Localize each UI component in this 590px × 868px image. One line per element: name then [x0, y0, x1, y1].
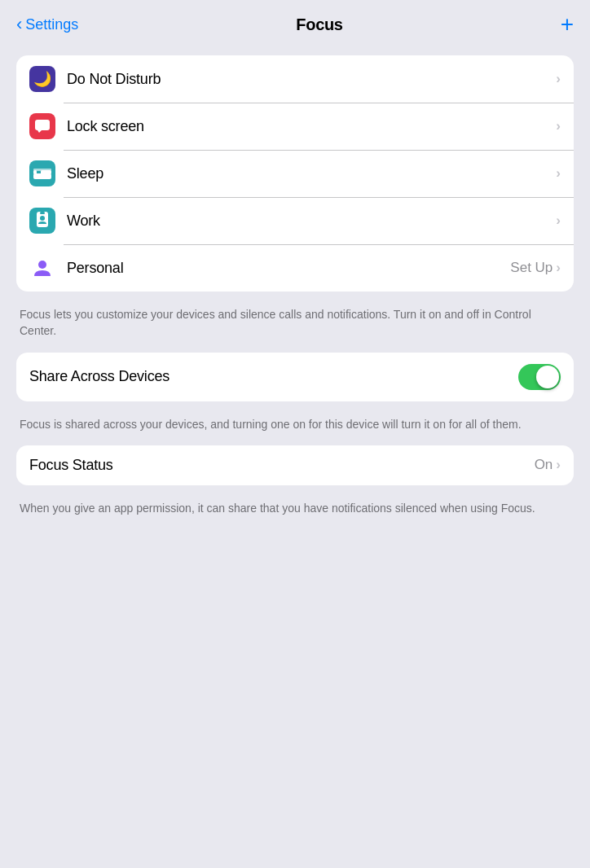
- lock-screen-icon-bg: [29, 113, 55, 139]
- back-button[interactable]: ‹ Settings: [16, 16, 78, 33]
- share-description: Focus is shared across your devices, and…: [16, 408, 574, 445]
- svg-point-9: [38, 261, 46, 269]
- chevron-icon: ›: [556, 213, 561, 229]
- focus-items-card: 🌙 Do Not Disturb › Lock screen ›: [16, 55, 574, 292]
- chevron-icon: ›: [556, 118, 561, 134]
- do-not-disturb-label: Do Not Disturb: [67, 71, 556, 88]
- moon-icon: 🌙: [33, 70, 51, 88]
- svg-rect-7: [40, 212, 45, 214]
- work-label: Work: [67, 213, 556, 230]
- focus-status-card: Focus Status On ›: [16, 445, 574, 485]
- sleep-icon-bg: [29, 160, 55, 186]
- share-across-devices-toggle[interactable]: [518, 364, 561, 390]
- main-content: 🌙 Do Not Disturb › Lock screen ›: [0, 46, 590, 529]
- focus-item-work[interactable]: Work ›: [16, 197, 574, 244]
- add-focus-button[interactable]: +: [561, 13, 574, 36]
- personal-label: Personal: [67, 260, 510, 277]
- share-across-devices-card: Share Across Devices: [16, 353, 574, 401]
- svg-rect-2: [33, 173, 51, 179]
- do-not-disturb-icon-bg: 🌙: [29, 66, 55, 92]
- chevron-icon: ›: [556, 165, 561, 182]
- back-chevron-icon: ‹: [16, 15, 22, 33]
- sleep-label: Sleep: [67, 165, 556, 182]
- focus-item-personal[interactable]: Personal Set Up ›: [16, 244, 574, 292]
- focus-status-right: On ›: [535, 457, 561, 473]
- page-title: Focus: [296, 15, 342, 34]
- svg-point-8: [40, 216, 45, 221]
- focus-description: Focus lets you customize your devices an…: [16, 298, 574, 353]
- toggle-knob: [536, 366, 559, 388]
- bed-icon: [32, 165, 53, 182]
- personal-action: Set Up ›: [510, 260, 561, 276]
- lock-screen-label: Lock screen: [67, 118, 556, 135]
- focus-item-do-not-disturb[interactable]: 🌙 Do Not Disturb ›: [16, 55, 574, 103]
- focus-status-chevron-icon: ›: [556, 457, 561, 473]
- setup-label: Set Up: [510, 260, 553, 276]
- focus-status-row[interactable]: Focus Status On ›: [16, 445, 574, 485]
- navigation-bar: ‹ Settings Focus +: [0, 0, 590, 46]
- setup-chevron-icon: ›: [556, 260, 561, 276]
- personal-icon-bg: [29, 255, 55, 281]
- focus-item-lock-screen[interactable]: Lock screen ›: [16, 103, 574, 150]
- work-badge-icon: [34, 211, 51, 230]
- message-icon: [34, 119, 51, 134]
- svg-marker-1: [37, 130, 42, 133]
- focus-status-value: On: [535, 457, 553, 473]
- svg-rect-5: [41, 170, 51, 174]
- back-label: Settings: [25, 16, 78, 33]
- person-icon: [31, 256, 54, 279]
- status-description: When you give an app permission, it can …: [16, 492, 574, 529]
- share-across-devices-label: Share Across Devices: [29, 368, 170, 385]
- share-across-devices-row: Share Across Devices: [16, 353, 574, 401]
- focus-status-label: Focus Status: [29, 457, 113, 474]
- chevron-icon: ›: [556, 71, 561, 87]
- focus-item-sleep[interactable]: Sleep ›: [16, 150, 574, 197]
- work-icon-bg: [29, 208, 55, 234]
- svg-rect-0: [35, 120, 50, 130]
